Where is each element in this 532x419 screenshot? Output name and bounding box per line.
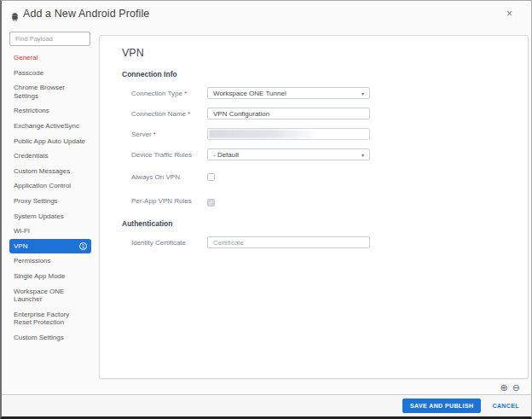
payload-count-badge: 1 bbox=[79, 242, 87, 250]
form-rows: Connection InfoConnection Type *Workspac… bbox=[122, 70, 506, 248]
sidebar-item-label: Exchange ActiveSync bbox=[14, 122, 79, 131]
sidebar-item-label: Custom Settings bbox=[14, 334, 64, 342]
sidebar-item-proxy-settings[interactable]: Proxy Settings bbox=[9, 194, 91, 209]
always-on-vpn-checkbox[interactable] bbox=[207, 173, 215, 181]
selected-value: - Default bbox=[213, 151, 239, 159]
sidebar-item-passcode[interactable]: Passcode bbox=[9, 66, 91, 81]
redacted-value bbox=[209, 130, 319, 138]
close-icon[interactable]: × bbox=[506, 9, 512, 19]
sidebar-item-label: Credentials bbox=[14, 152, 48, 160]
field-control: Workspace ONE Tunnel▾ bbox=[207, 87, 370, 99]
sidebar-item-label: System Updates bbox=[14, 212, 64, 221]
sidebar-item-custom-settings[interactable]: Custom Settings bbox=[9, 330, 91, 346]
section-title-connection-info: Connection Info bbox=[122, 70, 506, 79]
sidebar-item-label: Proxy Settings bbox=[14, 197, 58, 206]
sidebar-item-exchange-activesync[interactable]: Exchange ActiveSync bbox=[9, 119, 91, 134]
field-control: ✓ bbox=[207, 193, 370, 208]
sidebar-item-wi-fi[interactable]: Wi-Fi bbox=[9, 224, 91, 239]
payload-title: VPN bbox=[122, 47, 506, 59]
form-row-per-app-vpn-rules: Per-App VPN Rules✓ bbox=[122, 193, 506, 208]
zoom-in-icon[interactable]: ⊕ bbox=[500, 383, 508, 393]
field-label: Per-App VPN Rules bbox=[122, 197, 207, 205]
zoom-out-icon[interactable]: ⊖ bbox=[512, 383, 520, 393]
chevron-down-icon: ▾ bbox=[361, 90, 364, 96]
sidebar-item-enterprise-factory-reset-protection[interactable]: Enterprise Factory Reset Protection bbox=[9, 307, 91, 330]
device-traffic-rules-select[interactable]: - Default▾ bbox=[207, 148, 370, 160]
sidebar-item-permissions[interactable]: Permissions bbox=[9, 253, 91, 269]
sidebar-item-restrictions[interactable]: Restrictions bbox=[9, 103, 91, 119]
sidebar-item-label: VPN bbox=[14, 242, 27, 251]
sidebar-item-label: Enterprise Factory Reset Protection bbox=[14, 311, 87, 327]
dialog-footer: SAVE AND PUBLISH CANCEL bbox=[2, 394, 531, 416]
checkmark-icon: ✓ bbox=[209, 200, 214, 206]
sidebar-item-application-control[interactable]: Application Control bbox=[9, 178, 91, 194]
sidebar-item-label: Passcode bbox=[14, 69, 43, 78]
sidebar-item-label: Custom Messages bbox=[14, 167, 70, 176]
required-marker: * bbox=[153, 131, 156, 138]
vpn-payload-panel: VPN Connection InfoConnection Type *Work… bbox=[99, 35, 529, 379]
selected-value: Workspace ONE Tunnel bbox=[213, 90, 286, 97]
sidebar-item-label: Chrome Browser Settings bbox=[14, 84, 87, 100]
server-input[interactable] bbox=[207, 128, 370, 140]
sidebar-item-label: Single App Mode bbox=[14, 272, 66, 281]
zoom-controls: ⊕ ⊖ bbox=[99, 379, 529, 394]
field-control bbox=[207, 128, 370, 140]
sidebar-item-workspace-one-launcher[interactable]: Workspace ONE Launcher bbox=[9, 284, 91, 307]
form-row-device-traffic-rules: Device Traffic Rules- Default▾ bbox=[122, 148, 506, 160]
chevron-down-icon: ▾ bbox=[361, 152, 364, 158]
sidebar-item-chrome-browser-settings[interactable]: Chrome Browser Settings bbox=[9, 80, 91, 103]
cancel-button[interactable]: CANCEL bbox=[492, 403, 519, 409]
field-label: Server * bbox=[122, 131, 207, 138]
required-marker: * bbox=[188, 110, 190, 118]
field-control bbox=[207, 108, 370, 119]
add-android-profile-dialog: Add a New Android Profile × GeneralPassc… bbox=[0, 0, 532, 419]
field-control bbox=[207, 236, 370, 248]
sidebar-item-label: Restrictions bbox=[14, 107, 49, 115]
sidebar-item-label: Workspace ONE Launcher bbox=[14, 288, 87, 304]
sidebar-item-custom-messages[interactable]: Custom Messages bbox=[9, 164, 91, 179]
sidebar-item-general[interactable]: General bbox=[9, 50, 91, 66]
sidebar-item-label: General bbox=[14, 54, 38, 62]
dialog-body: GeneralPasscodeChrome Browser SettingsRe… bbox=[2, 26, 531, 394]
field-label: Connection Name * bbox=[122, 110, 207, 118]
form-row-identity-certificate: Identity Certificate bbox=[122, 236, 506, 248]
field-label: Device Traffic Rules bbox=[122, 151, 207, 159]
payload-sidebar: GeneralPasscodeChrome Browser SettingsRe… bbox=[2, 26, 92, 394]
required-marker: * bbox=[184, 90, 187, 97]
sidebar-item-label: Application Control bbox=[14, 182, 71, 190]
form-row-connection-name: Connection Name * bbox=[122, 108, 506, 119]
per-app-vpn-rules-checkbox: ✓ bbox=[207, 199, 215, 207]
sidebar-item-label: Permissions bbox=[14, 257, 51, 265]
sidebar-item-label: Wi-Fi bbox=[14, 227, 30, 236]
main-area: VPN Connection InfoConnection Type *Work… bbox=[92, 26, 531, 394]
sidebar-item-credentials[interactable]: Credentials bbox=[9, 148, 91, 164]
field-label: Identity Certificate bbox=[122, 239, 207, 247]
save-and-publish-button[interactable]: SAVE AND PUBLISH bbox=[402, 399, 481, 413]
sidebar-item-label: Public App Auto Update bbox=[14, 137, 85, 146]
section-title-authentication: Authentication bbox=[122, 219, 506, 228]
field-control: - Default▾ bbox=[207, 148, 370, 160]
sidebar-item-public-app-auto-update[interactable]: Public App Auto Update bbox=[9, 134, 91, 149]
sidebar-item-single-app-mode[interactable]: Single App Mode bbox=[9, 269, 91, 284]
connection-name-input[interactable] bbox=[207, 108, 370, 119]
dialog-title: Add a New Android Profile bbox=[23, 8, 149, 20]
android-icon bbox=[10, 9, 20, 19]
find-payload-input[interactable] bbox=[9, 32, 90, 46]
form-row-connection-type: Connection Type *Workspace ONE Tunnel▾ bbox=[122, 87, 506, 99]
field-label: Always On VPN bbox=[122, 173, 207, 181]
sidebar-item-vpn[interactable]: VPN1 bbox=[9, 239, 91, 254]
identity-certificate-input[interactable] bbox=[207, 236, 370, 248]
dialog-header: Add a New Android Profile × bbox=[2, 1, 531, 26]
form-row-always-on-vpn: Always On VPN bbox=[122, 169, 506, 184]
sidebar-item-system-updates[interactable]: System Updates bbox=[9, 209, 91, 224]
form-row-server: Server * bbox=[122, 128, 506, 140]
payload-nav: GeneralPasscodeChrome Browser SettingsRe… bbox=[9, 50, 92, 345]
field-control bbox=[207, 169, 370, 184]
connection-type-select[interactable]: Workspace ONE Tunnel▾ bbox=[207, 87, 370, 99]
field-label: Connection Type * bbox=[122, 90, 207, 97]
